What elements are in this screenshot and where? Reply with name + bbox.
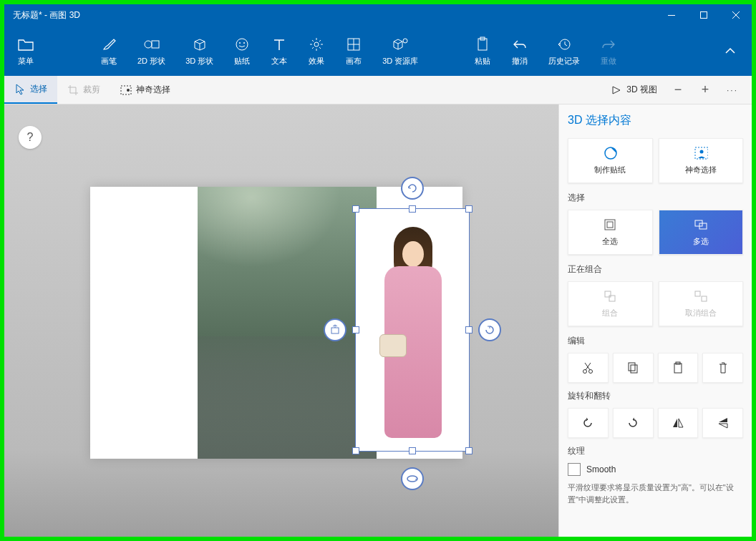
svg-point-2 bbox=[145, 41, 152, 48]
paste-button[interactable]: 粘贴 bbox=[464, 31, 501, 71]
smooth-checkbox[interactable] bbox=[568, 463, 581, 476]
redo-icon bbox=[600, 36, 617, 53]
undo-button[interactable]: 撤消 bbox=[501, 31, 538, 71]
resize-handle-b[interactable] bbox=[409, 447, 416, 454]
delete-button[interactable] bbox=[702, 353, 743, 383]
ungroup-icon bbox=[694, 289, 708, 303]
help-button[interactable]: ? bbox=[19, 126, 42, 149]
resize-handle-t[interactable] bbox=[409, 205, 416, 213]
rotate-cw-icon bbox=[626, 416, 639, 429]
rotate-x-handle[interactable] bbox=[401, 467, 424, 490]
magic-select-icon bbox=[120, 84, 132, 96]
selected-object[interactable] bbox=[367, 227, 460, 449]
canvas-area[interactable]: ? bbox=[4, 104, 558, 537]
zoom-out-button[interactable]: − bbox=[667, 79, 689, 101]
depth-handle[interactable] bbox=[324, 318, 346, 341]
select-all-icon bbox=[603, 218, 617, 232]
flip-horizontal-button[interactable] bbox=[658, 408, 699, 438]
magic-select-button[interactable]: 神奇选择 bbox=[659, 138, 744, 183]
window-title: 无标题* - 画图 3D bbox=[4, 9, 80, 21]
svg-rect-3 bbox=[152, 41, 159, 48]
3d-shapes-button[interactable]: 3D 形状 bbox=[175, 31, 223, 71]
rotate-right-button[interactable] bbox=[613, 408, 654, 438]
3d-library-button[interactable]: 3D 资源库 bbox=[372, 31, 428, 71]
canvas-icon bbox=[345, 36, 362, 53]
multi-select-label: 多选 bbox=[693, 236, 709, 247]
redo-button: 重做 bbox=[590, 31, 627, 71]
section-texture-label: 纹理 bbox=[568, 445, 743, 457]
clipboard-icon bbox=[673, 361, 683, 374]
selection-bounding-box[interactable] bbox=[355, 208, 470, 452]
svg-rect-16 bbox=[331, 328, 339, 333]
brushes-label: 画笔 bbox=[101, 56, 117, 67]
copy-button[interactable] bbox=[613, 353, 654, 383]
section-rotate-label: 旋转和翻转 bbox=[568, 390, 743, 402]
magic-select-label: 神奇选择 bbox=[685, 165, 717, 175]
svg-point-19 bbox=[699, 150, 703, 154]
rotate-ccw-icon bbox=[581, 416, 594, 429]
svg-rect-21 bbox=[607, 222, 613, 228]
collapse-ribbon-button[interactable] bbox=[716, 36, 745, 65]
svg-point-6 bbox=[243, 42, 245, 44]
cut-button[interactable] bbox=[568, 353, 609, 383]
flip-vertical-button[interactable] bbox=[702, 408, 743, 438]
svg-rect-20 bbox=[605, 220, 615, 230]
magic-select-tool[interactable]: 神奇选择 bbox=[110, 76, 180, 104]
minimize-button[interactable] bbox=[655, 4, 687, 26]
section-select-label: 选择 bbox=[568, 192, 743, 204]
rotate-left-button[interactable] bbox=[568, 408, 609, 438]
undo-icon bbox=[511, 36, 528, 53]
resize-handle-tl[interactable] bbox=[352, 205, 359, 213]
maximize-button[interactable] bbox=[687, 4, 719, 26]
stickers-button[interactable]: 贴纸 bbox=[223, 31, 261, 71]
more-button[interactable]: ··· bbox=[722, 79, 743, 101]
resize-handle-br[interactable] bbox=[465, 447, 472, 454]
crop-label: 裁剪 bbox=[83, 84, 100, 96]
select-all-label: 全选 bbox=[602, 236, 618, 247]
select-tool[interactable]: 选择 bbox=[4, 76, 57, 104]
close-button[interactable] bbox=[719, 4, 752, 26]
section-edit-label: 编辑 bbox=[568, 335, 743, 347]
magic-person-icon bbox=[694, 146, 708, 160]
canvas-button[interactable]: 画布 bbox=[335, 31, 372, 71]
ungroup-label: 取消组合 bbox=[685, 308, 717, 318]
brush-icon bbox=[100, 36, 117, 53]
svg-rect-0 bbox=[668, 15, 675, 16]
svg-rect-25 bbox=[609, 296, 615, 301]
scissors-icon bbox=[582, 361, 593, 374]
texture-note: 平滑纹理要求将显示质量设置为"高"。可以在"设置"中调整此设置。 bbox=[568, 482, 743, 505]
svg-point-14 bbox=[127, 89, 130, 92]
resize-handle-r[interactable] bbox=[465, 326, 472, 333]
3d-view-toggle[interactable]: 3D 视图 bbox=[601, 76, 667, 104]
select-all-button[interactable]: 全选 bbox=[568, 210, 653, 255]
2d-shapes-button[interactable]: 2D 形状 bbox=[127, 31, 175, 71]
3d-library-label: 3D 资源库 bbox=[382, 56, 418, 67]
rotate-y-handle[interactable] bbox=[478, 318, 501, 341]
multi-select-button[interactable]: 多选 bbox=[659, 210, 744, 255]
zoom-in-button[interactable]: + bbox=[694, 79, 716, 101]
svg-rect-30 bbox=[629, 363, 635, 371]
history-label: 历史记录 bbox=[548, 56, 580, 67]
resize-handle-l[interactable] bbox=[352, 326, 359, 333]
paste-edit-button[interactable] bbox=[658, 353, 699, 383]
resize-handle-bl[interactable] bbox=[352, 447, 359, 454]
rotate-z-handle[interactable] bbox=[401, 177, 424, 200]
crop-tool[interactable]: 裁剪 bbox=[57, 76, 110, 104]
svg-point-4 bbox=[236, 39, 248, 50]
svg-rect-24 bbox=[605, 291, 611, 297]
make-sticker-button[interactable]: 制作贴纸 bbox=[568, 138, 653, 183]
history-button[interactable]: 历史记录 bbox=[538, 31, 590, 71]
flip-h-icon bbox=[672, 417, 684, 429]
resize-handle-tr[interactable] bbox=[465, 205, 472, 213]
brushes-button[interactable]: 画笔 bbox=[90, 31, 127, 71]
text-button[interactable]: 文本 bbox=[261, 31, 298, 71]
svg-rect-27 bbox=[702, 296, 707, 301]
app-window: 无标题* - 画图 3D 菜单 画笔 2D 形状 3D 形状 贴纸 bbox=[4, 4, 752, 537]
title-bar: 无标题* - 画图 3D bbox=[4, 4, 752, 26]
text-label: 文本 bbox=[271, 56, 287, 67]
svg-point-5 bbox=[239, 42, 241, 44]
svg-rect-1 bbox=[700, 12, 707, 19]
menu-button[interactable]: 菜单 bbox=[4, 31, 47, 71]
effects-button[interactable]: 效果 bbox=[298, 31, 335, 71]
select-label: 选择 bbox=[30, 83, 47, 95]
